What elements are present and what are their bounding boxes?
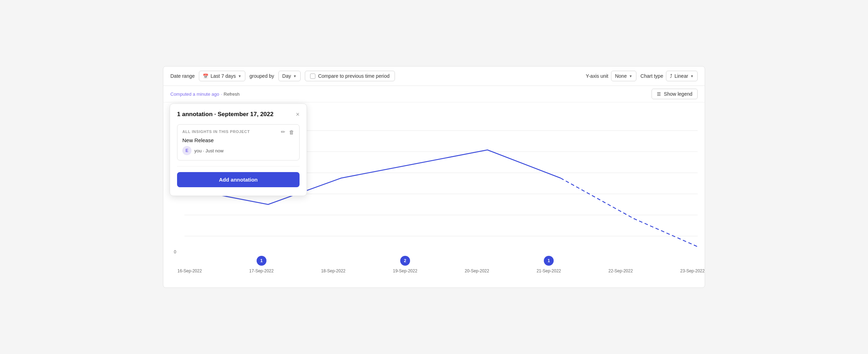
grouped-by-value: Day bbox=[282, 73, 291, 79]
show-legend-label: Show legend bbox=[664, 91, 692, 97]
edit-button[interactable]: ✏ bbox=[281, 129, 285, 135]
yaxis-section: Y-axis unit None ▼ bbox=[586, 71, 636, 81]
popup-title: 1 annotation · September 17, 2022 bbox=[177, 111, 273, 118]
popup-close-button[interactable]: × bbox=[296, 111, 300, 118]
insight-card: ALL INSIGHTS IN THIS PROJECT ✏ 🗑 New Rel… bbox=[177, 124, 300, 160]
popup-header: 1 annotation · September 17, 2022 × bbox=[177, 111, 300, 118]
edit-icon: ✏ bbox=[281, 129, 285, 135]
annotation-bubble-17sep[interactable]: 1 bbox=[257, 256, 266, 266]
chevron-down-icon-2: ▼ bbox=[293, 74, 297, 78]
calendar-icon: 📅 bbox=[203, 74, 208, 79]
x-label-21sep: 1 21-Sep-2022 bbox=[536, 256, 561, 273]
annotation-popup: 1 annotation · September 17, 2022 × ALL … bbox=[170, 103, 307, 196]
x-label-23sep: 23-Sep-2022 bbox=[680, 256, 705, 273]
chart-line-dashed-2 bbox=[634, 219, 698, 247]
delete-button[interactable]: 🗑 bbox=[289, 129, 294, 135]
compare-checkbox bbox=[310, 74, 315, 79]
insight-section-label: ALL INSIGHTS IN THIS PROJECT bbox=[182, 129, 250, 134]
insight-name: New Release bbox=[182, 137, 294, 143]
x-axis: 16-Sep-2022 1 17-Sep-2022 18-Sep-2022 2 … bbox=[177, 256, 705, 275]
separator: · bbox=[221, 91, 222, 97]
toolbar: Date range 📅 Last 7 days ▼ grouped by Da… bbox=[163, 67, 705, 86]
date-range-select[interactable]: 📅 Last 7 days ▼ bbox=[199, 71, 245, 81]
yaxis-label: Y-axis unit bbox=[586, 73, 608, 79]
refresh-button[interactable]: Refresh bbox=[224, 91, 240, 97]
chart-container: Date range 📅 Last 7 days ▼ grouped by Da… bbox=[163, 66, 705, 288]
date-range-value: Last 7 days bbox=[210, 73, 236, 79]
show-legend-button[interactable]: ☰ Show legend bbox=[652, 89, 698, 99]
annotation-bubble-19sep[interactable]: 2 bbox=[400, 256, 410, 266]
x-label-20sep: 20-Sep-2022 bbox=[465, 256, 489, 273]
chart-type-select[interactable]: ⤴ Linear ▼ bbox=[666, 71, 698, 81]
grouped-by-select[interactable]: Day ▼ bbox=[278, 71, 301, 81]
computed-text: Computed a minute ago bbox=[170, 91, 219, 97]
grouped-by-label: grouped by bbox=[250, 73, 274, 79]
linear-chart-icon: ⤴ bbox=[670, 73, 672, 79]
insight-actions: ✏ 🗑 bbox=[281, 129, 294, 135]
trash-icon: 🗑 bbox=[289, 129, 294, 135]
x-label-19sep: 2 19-Sep-2022 bbox=[393, 256, 417, 273]
y-axis-zero: 0 bbox=[174, 249, 176, 254]
compare-label: Compare to previous time period bbox=[318, 73, 390, 79]
yaxis-value: None bbox=[615, 73, 627, 79]
chart-type-value: Linear bbox=[674, 73, 688, 79]
chart-type-section: Chart type ⤴ Linear ▼ bbox=[641, 71, 698, 81]
chart-line-dashed-1 bbox=[561, 178, 634, 219]
x-label-16sep: 16-Sep-2022 bbox=[177, 256, 202, 273]
add-annotation-button[interactable]: Add annotation bbox=[177, 172, 300, 187]
compare-button[interactable]: Compare to previous time period bbox=[305, 71, 395, 81]
chart-type-label: Chart type bbox=[641, 73, 663, 79]
date-range-label: Date range bbox=[170, 73, 195, 79]
chevron-down-icon-4: ▼ bbox=[690, 74, 694, 78]
x-label-22sep: 22-Sep-2022 bbox=[608, 256, 633, 273]
author-avatar: E bbox=[182, 146, 191, 155]
yaxis-select[interactable]: None ▼ bbox=[611, 71, 636, 81]
chevron-down-icon-3: ▼ bbox=[629, 74, 633, 78]
insight-author: E you · Just now bbox=[182, 146, 294, 155]
author-text: you · Just now bbox=[194, 148, 224, 153]
x-label-17sep: 1 17-Sep-2022 bbox=[249, 256, 273, 273]
x-label-18sep: 18-Sep-2022 bbox=[321, 256, 345, 273]
annotation-bubble-21sep[interactable]: 1 bbox=[544, 256, 554, 266]
legend-icon: ☰ bbox=[657, 91, 661, 97]
computed-info: Computed a minute ago · Refresh bbox=[170, 91, 240, 97]
sub-toolbar: Computed a minute ago · Refresh ☰ Show l… bbox=[163, 86, 705, 102]
insight-card-header: ALL INSIGHTS IN THIS PROJECT ✏ 🗑 bbox=[182, 129, 294, 137]
popup-divider bbox=[177, 166, 300, 166]
chevron-down-icon: ▼ bbox=[238, 74, 241, 78]
